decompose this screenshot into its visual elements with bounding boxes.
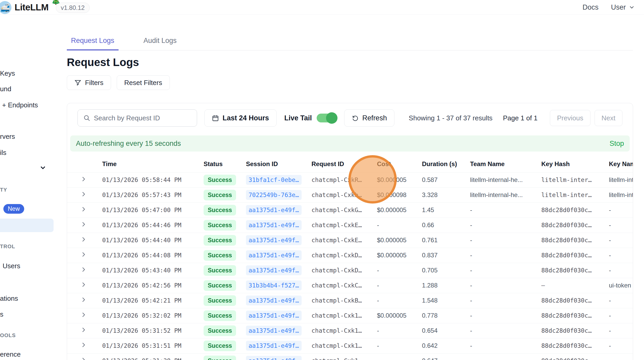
reset-filters-button[interactable]: Reset Filters <box>117 75 170 90</box>
cell-expand <box>67 218 102 233</box>
tab-audit-logs[interactable]: Audit Logs <box>139 32 181 50</box>
live-tail-label: Live Tail <box>284 114 312 122</box>
cell-session-id: aa1375d1-e49f… <box>246 353 311 360</box>
refresh-icon <box>352 115 359 122</box>
cell-key-name: - <box>609 293 633 308</box>
chevron-right-icon[interactable] <box>80 191 87 198</box>
cell-request-id: chatcmpl-Cxkb… <box>311 187 377 202</box>
cell-status: Success <box>204 220 236 231</box>
chevron-right-icon[interactable] <box>80 357 87 360</box>
column-header-time: Time <box>102 156 204 172</box>
cell-session-id: aa1375d1-e49f… <box>246 202 311 218</box>
sidebar-item-mcp-servers[interactable]: rvers <box>0 133 15 141</box>
chevron-right-icon[interactable] <box>80 176 87 182</box>
docs-link[interactable]: Docs <box>582 3 599 11</box>
sidebar-section-tools: OOLS <box>0 332 16 338</box>
cell-status: Success <box>204 353 246 360</box>
sidebar-item-guardrails[interactable]: ils <box>0 149 6 157</box>
chevron-right-icon[interactable] <box>80 311 87 318</box>
cell-time: 01/13/2026 05:44:46 PM <box>102 218 204 233</box>
cell-time: 01/13/2026 05:32:02 PM <box>102 308 204 323</box>
session-id-link[interactable]: aa1375d1-e49f… <box>246 341 302 351</box>
session-id-link[interactable]: aa1375d1-e49f… <box>246 235 302 245</box>
christmas-tree-icon: 🎄 <box>51 0 61 5</box>
cell-request-id: chatcmpl-CxkD… <box>311 248 377 263</box>
column-header-status: Status <box>204 156 246 172</box>
cell-time: 01/13/2026 05:42:56 PM <box>102 278 204 293</box>
column-header-team-name: Team Name <box>470 156 541 172</box>
cell-session-id: aa1375d1-e49f… <box>246 263 311 278</box>
search-input[interactable] <box>77 109 197 127</box>
cell-key-hash: 88dc28d0f030c… <box>541 263 609 278</box>
chevron-right-icon[interactable] <box>80 236 87 243</box>
time-range-button[interactable]: Last 24 Hours <box>204 109 277 127</box>
sidebar-item-teams[interactable]: s <box>0 310 3 318</box>
session-id-link[interactable]: aa1375d1-e49f… <box>246 265 302 275</box>
session-id-link[interactable]: aa1375d1-e49f… <box>246 205 302 215</box>
cell-request-id: chatcmpl-Cxk1… <box>311 338 377 353</box>
cell-cost: $0.000005 <box>377 248 422 263</box>
chevron-right-icon[interactable] <box>80 342 87 348</box>
session-id-link[interactable]: aa1375d1-e49f… <box>246 250 302 260</box>
chevron-right-icon[interactable] <box>80 251 87 258</box>
cell-expand <box>67 308 102 323</box>
cell-team-name: - <box>470 323 541 338</box>
session-id-link[interactable]: aa1375d1-e49f… <box>246 356 302 360</box>
toggle-knob <box>326 112 337 124</box>
previous-page-button[interactable]: Previous <box>550 110 590 126</box>
stop-auto-refresh-link[interactable]: Stop <box>609 140 624 148</box>
column-header-duration-s: Duration (s) <box>422 156 470 172</box>
sidebar-item-models-endpoints[interactable]: + Endpoints <box>2 101 38 109</box>
session-id-link[interactable]: 31b3b4b4-f527… <box>246 280 302 290</box>
chevron-right-icon[interactable] <box>80 296 87 303</box>
sidebar-item-organizations[interactable]: ations <box>0 294 18 303</box>
sidebar-item-internal-users[interactable]: Users <box>3 262 20 270</box>
cell-key-name: - <box>609 248 633 263</box>
sidebar-item-logs-selected[interactable] <box>0 219 54 232</box>
filters-button[interactable]: Filters <box>67 75 111 90</box>
cell-cost: - <box>377 218 422 233</box>
session-id-link[interactable]: 31bfa1cf-0ebe… <box>246 175 302 185</box>
sidebar-collapse-chevron-icon[interactable] <box>39 164 47 172</box>
cell-cost: - <box>377 278 422 293</box>
logs-card: Last 24 Hours Live Tail Refresh Showing … <box>67 103 633 360</box>
user-menu-label: User <box>611 3 626 11</box>
live-tail-toggle[interactable] <box>317 114 336 122</box>
cell-key-hash: 88dc28d0f030c… <box>541 308 609 323</box>
cell-time: 01/13/2026 05:31:52 PM <box>102 323 204 338</box>
sidebar-item-api-reference[interactable]: erence <box>0 350 21 358</box>
session-id-link[interactable]: aa1375d1-e49f… <box>246 220 302 230</box>
cell-key-name: - <box>609 233 633 248</box>
refresh-button[interactable]: Refresh <box>344 109 395 127</box>
cell-status: Success <box>204 263 246 278</box>
column-header-session-id: Session ID <box>246 156 311 172</box>
cell-team-name: - <box>470 308 541 323</box>
cell-key-hash: 88dc28d0f030c… <box>541 338 609 353</box>
sidebar-item-playground[interactable]: und <box>0 85 11 93</box>
chevron-right-icon[interactable] <box>80 266 87 273</box>
tab-request-logs[interactable]: Request Logs <box>67 32 119 50</box>
chevron-right-icon[interactable] <box>80 326 87 333</box>
chevron-right-icon[interactable] <box>80 206 87 213</box>
sidebar-item-virtual-keys[interactable]: Keys <box>0 69 15 77</box>
table-row: 01/13/2026 05:44:08 PMSuccessaa1375d1-e4… <box>67 248 633 263</box>
chevron-right-icon[interactable] <box>80 221 87 228</box>
cell-status: Success <box>204 190 236 200</box>
cell-request-id: chatcmpl-CxkC… <box>311 278 377 293</box>
session-id-link[interactable]: aa1375d1-e49f… <box>246 326 302 336</box>
next-page-button[interactable]: Next <box>595 110 622 126</box>
cell-time: 01/13/2026 05:57:43 PM <box>102 187 204 202</box>
session-id-link[interactable]: aa1375d1-e49f… <box>246 311 302 320</box>
cell-session-id: aa1375d1-e49f… <box>246 218 311 233</box>
session-id-link[interactable]: 7022549b-763e… <box>246 190 302 200</box>
cell-status: Success <box>204 250 236 261</box>
cell-key-hash: 88dc28d0f030c… <box>541 202 609 218</box>
user-menu[interactable]: User <box>611 3 635 11</box>
cell-session-id: 31bfa1cf-0ebe… <box>246 172 311 187</box>
session-id-link[interactable]: aa1375d1-e49f… <box>246 296 302 305</box>
logs-toolbar: Last 24 Hours Live Tail Refresh Showing … <box>67 103 633 127</box>
chevron-right-icon[interactable] <box>80 281 87 288</box>
cell-duration: 1.288 <box>422 278 470 293</box>
litellm-logo: 🚅 <box>0 1 11 14</box>
cell-duration: 0.761 <box>422 233 470 248</box>
